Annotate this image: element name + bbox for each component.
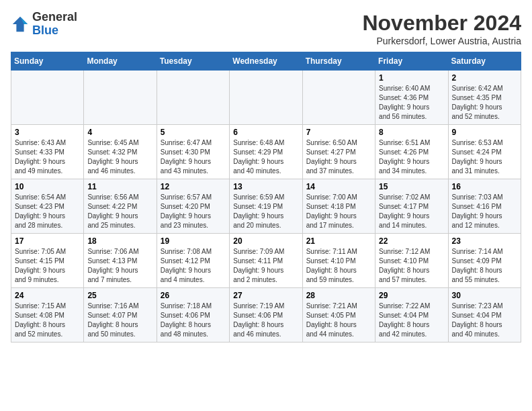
day-info: Sunrise: 7:00 AM Sunset: 4:18 PM Dayligh… xyxy=(306,193,371,230)
day-info: Sunrise: 6:48 AM Sunset: 4:29 PM Dayligh… xyxy=(233,138,298,176)
day-info: Sunrise: 7:22 AM Sunset: 4:04 PM Dayligh… xyxy=(379,302,444,339)
day-info: Sunrise: 6:51 AM Sunset: 4:26 PM Dayligh… xyxy=(379,138,444,176)
calendar-cell: 3Sunrise: 6:43 AM Sunset: 4:33 PM Daylig… xyxy=(11,125,84,179)
weekday-header: Friday xyxy=(375,52,448,71)
day-number: 23 xyxy=(452,236,517,246)
day-number: 25 xyxy=(87,291,152,300)
calendar-cell xyxy=(230,71,302,125)
day-number: 16 xyxy=(452,182,517,191)
day-number: 24 xyxy=(15,291,80,300)
calendar-cell: 18Sunrise: 7:06 AM Sunset: 4:13 PM Dayli… xyxy=(84,234,157,288)
day-number: 15 xyxy=(379,182,444,191)
calendar-cell xyxy=(157,71,229,125)
day-info: Sunrise: 7:16 AM Sunset: 4:07 PM Dayligh… xyxy=(87,302,152,339)
page-header: General Blue November 2024 Purkersdorf, … xyxy=(11,11,521,46)
day-number: 26 xyxy=(161,291,226,300)
calendar-cell: 9Sunrise: 6:53 AM Sunset: 4:24 PM Daylig… xyxy=(448,125,521,179)
calendar-cell: 13Sunrise: 6:59 AM Sunset: 4:19 PM Dayli… xyxy=(230,179,302,234)
day-info: Sunrise: 6:54 AM Sunset: 4:23 PM Dayligh… xyxy=(15,193,80,230)
calendar-cell: 17Sunrise: 7:05 AM Sunset: 4:15 PM Dayli… xyxy=(11,234,84,288)
day-info: Sunrise: 6:47 AM Sunset: 4:30 PM Dayligh… xyxy=(161,138,226,176)
day-info: Sunrise: 7:11 AM Sunset: 4:10 PM Dayligh… xyxy=(306,247,371,285)
day-number: 3 xyxy=(15,128,80,137)
calendar-cell: 11Sunrise: 6:56 AM Sunset: 4:22 PM Dayli… xyxy=(84,179,157,234)
day-number: 5 xyxy=(161,128,226,137)
calendar-cell xyxy=(302,71,375,125)
day-info: Sunrise: 7:12 AM Sunset: 4:10 PM Dayligh… xyxy=(379,247,444,285)
calendar-cell: 24Sunrise: 7:15 AM Sunset: 4:08 PM Dayli… xyxy=(11,288,84,342)
weekday-header: Sunday xyxy=(11,52,84,71)
day-info: Sunrise: 7:14 AM Sunset: 4:09 PM Dayligh… xyxy=(452,247,517,285)
day-info: Sunrise: 7:18 AM Sunset: 4:06 PM Dayligh… xyxy=(161,302,226,339)
day-info: Sunrise: 7:23 AM Sunset: 4:04 PM Dayligh… xyxy=(452,302,517,339)
calendar-week-row: 17Sunrise: 7:05 AM Sunset: 4:15 PM Dayli… xyxy=(11,234,521,288)
calendar-week-row: 24Sunrise: 7:15 AM Sunset: 4:08 PM Dayli… xyxy=(11,288,521,342)
day-number: 7 xyxy=(306,128,371,137)
calendar-cell: 29Sunrise: 7:22 AM Sunset: 4:04 PM Dayli… xyxy=(375,288,448,342)
calendar-cell xyxy=(11,71,84,125)
calendar-cell: 12Sunrise: 6:57 AM Sunset: 4:20 PM Dayli… xyxy=(157,179,229,234)
calendar-week-row: 10Sunrise: 6:54 AM Sunset: 4:23 PM Dayli… xyxy=(11,179,521,234)
day-info: Sunrise: 6:57 AM Sunset: 4:20 PM Dayligh… xyxy=(161,193,226,230)
day-number: 17 xyxy=(15,236,80,246)
day-info: Sunrise: 6:59 AM Sunset: 4:19 PM Dayligh… xyxy=(233,193,298,230)
day-number: 28 xyxy=(306,291,371,300)
day-number: 12 xyxy=(161,182,226,191)
day-info: Sunrise: 7:15 AM Sunset: 4:08 PM Dayligh… xyxy=(15,302,80,339)
day-info: Sunrise: 7:09 AM Sunset: 4:11 PM Dayligh… xyxy=(233,247,298,285)
day-info: Sunrise: 6:50 AM Sunset: 4:27 PM Dayligh… xyxy=(306,138,371,176)
calendar-cell: 30Sunrise: 7:23 AM Sunset: 4:04 PM Dayli… xyxy=(448,288,521,342)
day-number: 19 xyxy=(161,236,226,246)
day-info: Sunrise: 7:05 AM Sunset: 4:15 PM Dayligh… xyxy=(15,247,80,285)
calendar-cell: 25Sunrise: 7:16 AM Sunset: 4:07 PM Dayli… xyxy=(84,288,157,342)
calendar-cell: 21Sunrise: 7:11 AM Sunset: 4:10 PM Dayli… xyxy=(302,234,375,288)
calendar-week-row: 3Sunrise: 6:43 AM Sunset: 4:33 PM Daylig… xyxy=(11,125,521,179)
day-number: 30 xyxy=(452,291,517,300)
day-info: Sunrise: 7:19 AM Sunset: 4:06 PM Dayligh… xyxy=(233,302,298,339)
calendar-cell: 19Sunrise: 7:08 AM Sunset: 4:12 PM Dayli… xyxy=(157,234,229,288)
day-number: 20 xyxy=(233,236,298,246)
weekday-header: Thursday xyxy=(302,52,375,71)
day-number: 29 xyxy=(379,291,444,300)
calendar-cell: 6Sunrise: 6:48 AM Sunset: 4:29 PM Daylig… xyxy=(230,125,302,179)
day-info: Sunrise: 7:21 AM Sunset: 4:05 PM Dayligh… xyxy=(306,302,371,339)
day-info: Sunrise: 7:08 AM Sunset: 4:12 PM Dayligh… xyxy=(161,247,226,285)
calendar-cell: 28Sunrise: 7:21 AM Sunset: 4:05 PM Dayli… xyxy=(302,288,375,342)
day-number: 4 xyxy=(87,128,152,137)
day-info: Sunrise: 7:03 AM Sunset: 4:16 PM Dayligh… xyxy=(452,193,517,230)
day-number: 14 xyxy=(306,182,371,191)
day-number: 21 xyxy=(306,236,371,246)
day-info: Sunrise: 6:40 AM Sunset: 4:36 PM Dayligh… xyxy=(379,84,444,122)
day-number: 13 xyxy=(233,182,298,191)
day-info: Sunrise: 6:42 AM Sunset: 4:35 PM Dayligh… xyxy=(452,84,517,122)
calendar-cell: 8Sunrise: 6:51 AM Sunset: 4:26 PM Daylig… xyxy=(375,125,448,179)
weekday-header: Saturday xyxy=(448,52,521,71)
day-number: 22 xyxy=(379,236,444,246)
logo: General Blue xyxy=(11,11,77,38)
day-number: 2 xyxy=(452,73,517,83)
day-number: 8 xyxy=(379,128,444,137)
calendar-cell: 1Sunrise: 6:40 AM Sunset: 4:36 PM Daylig… xyxy=(375,71,448,125)
calendar-cell: 15Sunrise: 7:02 AM Sunset: 4:17 PM Dayli… xyxy=(375,179,448,234)
day-number: 10 xyxy=(15,182,80,191)
day-info: Sunrise: 7:02 AM Sunset: 4:17 PM Dayligh… xyxy=(379,193,444,230)
calendar-week-row: 1Sunrise: 6:40 AM Sunset: 4:36 PM Daylig… xyxy=(11,71,521,125)
day-number: 18 xyxy=(87,236,152,246)
day-number: 27 xyxy=(233,291,298,300)
day-info: Sunrise: 7:06 AM Sunset: 4:13 PM Dayligh… xyxy=(87,247,152,285)
calendar-cell xyxy=(84,71,157,125)
day-number: 6 xyxy=(233,128,298,137)
calendar-cell: 27Sunrise: 7:19 AM Sunset: 4:06 PM Dayli… xyxy=(230,288,302,342)
day-number: 1 xyxy=(379,73,444,83)
day-info: Sunrise: 6:53 AM Sunset: 4:24 PM Dayligh… xyxy=(452,138,517,176)
month-title: November 2024 xyxy=(362,11,521,36)
calendar-cell: 20Sunrise: 7:09 AM Sunset: 4:11 PM Dayli… xyxy=(230,234,302,288)
calendar-cell: 26Sunrise: 7:18 AM Sunset: 4:06 PM Dayli… xyxy=(157,288,229,342)
logo-icon xyxy=(11,15,30,34)
day-number: 11 xyxy=(87,182,152,191)
day-info: Sunrise: 6:43 AM Sunset: 4:33 PM Dayligh… xyxy=(15,138,80,176)
calendar-cell: 16Sunrise: 7:03 AM Sunset: 4:16 PM Dayli… xyxy=(448,179,521,234)
calendar-cell: 2Sunrise: 6:42 AM Sunset: 4:35 PM Daylig… xyxy=(448,71,521,125)
weekday-header: Wednesday xyxy=(230,52,302,71)
calendar-cell: 22Sunrise: 7:12 AM Sunset: 4:10 PM Dayli… xyxy=(375,234,448,288)
